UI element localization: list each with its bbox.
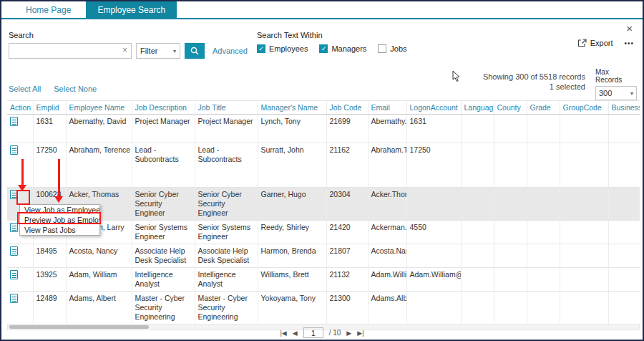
- employee-search-window: Home Page Employee Search × Export ••• S…: [0, 0, 644, 341]
- search-label: Search: [9, 31, 248, 39]
- filter-dropdown[interactable]: Filter ▾: [136, 43, 180, 59]
- search-icon: [190, 46, 200, 56]
- chevron-down-icon: ▾: [630, 90, 633, 97]
- table-row[interactable]: 18495 Acosta, Nancy Associate Help Desk …: [7, 244, 640, 267]
- cell-job-title: Senior Systems Engineer: [195, 220, 258, 244]
- cell-grade: [527, 291, 560, 324]
- annotation-box-menu-item: [17, 212, 101, 224]
- search-text-within-label: Search Text Within: [257, 31, 407, 39]
- cell-job-description: Senior Systems Engineer: [132, 220, 195, 244]
- results-table: Action Emplid Employee Name Job Descript…: [7, 100, 640, 324]
- more-options-icon[interactable]: •••: [624, 39, 634, 47]
- col-email[interactable]: Email: [368, 101, 406, 114]
- tab-employee-search[interactable]: Employee Search: [86, 1, 177, 18]
- export-icon: [577, 39, 587, 47]
- table-row-selected[interactable]: 100628 Acker, Thomas Senior Cyber Securi…: [7, 187, 640, 220]
- col-managers-name[interactable]: Manager's Name: [258, 101, 326, 114]
- job-actions-icon[interactable]: [10, 270, 18, 279]
- cell-email: Abraham.Ter: [368, 143, 406, 187]
- advanced-link[interactable]: Advanced: [213, 47, 248, 55]
- cell-grade: [527, 267, 560, 291]
- job-actions-icon[interactable]: [10, 246, 18, 256]
- action-cell[interactable]: [7, 267, 33, 291]
- checkbox-managers[interactable]: ✓ Managers: [319, 44, 366, 53]
- cell-language: [461, 114, 494, 143]
- cell-county: [494, 143, 527, 187]
- col-job-description[interactable]: Job Description: [132, 101, 195, 114]
- table-row[interactable]: 17250 Abraham, Terence Lead - Subcontrac…: [7, 143, 640, 187]
- cell-employee-name: Adam, William: [66, 267, 132, 291]
- table-row[interactable]: 12489 Adams, Albert Master - Cyber Secur…: [7, 291, 640, 324]
- annotation-box-action-icon: [16, 190, 30, 205]
- col-emplid[interactable]: Emplid: [33, 101, 66, 114]
- job-actions-icon[interactable]: [10, 117, 18, 126]
- max-records-dropdown[interactable]: 300 ▾: [595, 86, 637, 100]
- close-icon[interactable]: ×: [626, 23, 633, 34]
- next-page-button[interactable]: ▶: [346, 330, 351, 337]
- cell-logonaccount: [406, 291, 461, 324]
- action-cell[interactable]: [7, 244, 33, 267]
- pagination: |◀ ◀ 1 / 10 ▶ ▶|: [1, 327, 643, 338]
- col-grade[interactable]: Grade: [527, 101, 560, 114]
- search-input[interactable]: [9, 44, 117, 58]
- clear-search-icon[interactable]: ×: [122, 46, 127, 54]
- cell-language: [461, 267, 494, 291]
- cell-logonaccount: Adam.William@hr: [406, 267, 461, 291]
- col-job-code[interactable]: Job Code: [326, 101, 368, 114]
- col-employee-name[interactable]: Employee Name: [66, 101, 132, 114]
- col-groupcode[interactable]: GroupCode: [560, 101, 608, 114]
- search-text-within-area: Search Text Within ✓ Employees ✓ Manager…: [257, 31, 407, 53]
- action-cell[interactable]: [7, 291, 33, 324]
- cell-job-title: Associate Help Desk Specialist: [195, 244, 258, 267]
- cell-job-description: Lead - Subcontracts: [132, 143, 195, 187]
- col-job-title[interactable]: Job Title: [195, 101, 258, 114]
- col-county[interactable]: County: [494, 101, 527, 114]
- action-cell[interactable]: [7, 114, 33, 143]
- cell-language: [461, 187, 494, 220]
- select-all-link[interactable]: Select All: [9, 85, 41, 93]
- export-button[interactable]: Export: [577, 39, 613, 47]
- table-row[interactable]: 13925 Adam, William Intelligence Analyst…: [7, 267, 640, 291]
- job-actions-icon[interactable]: [10, 145, 18, 155]
- export-label: Export: [590, 39, 613, 47]
- table-row[interactable]: Ackerman, Larry Senior Systems Engineer …: [7, 220, 640, 244]
- cell-employee-name: Abraham, Terence: [66, 143, 132, 187]
- page-number-input[interactable]: 1: [303, 327, 323, 338]
- cell-job-code: 21420: [326, 220, 368, 244]
- col-action[interactable]: Action: [7, 101, 33, 114]
- col-business-unit[interactable]: Business_U: [608, 101, 640, 114]
- search-button[interactable]: [185, 43, 205, 59]
- cell-email: Ackerman.La: [368, 220, 406, 244]
- search-input-wrap: ×: [9, 43, 132, 59]
- action-cell[interactable]: [7, 143, 33, 187]
- cell-job-title: Lead - Subcontracts: [195, 143, 258, 187]
- cell-emplid: 17250: [33, 143, 66, 187]
- prev-page-button[interactable]: ◀: [293, 330, 298, 337]
- cell-emplid: 18495: [33, 244, 66, 267]
- last-page-button[interactable]: ▶|: [357, 330, 364, 337]
- cell-job-title: Project Manager: [195, 114, 258, 143]
- job-actions-icon[interactable]: [10, 294, 18, 303]
- annotation-arrowhead-2: [54, 196, 63, 203]
- table-row[interactable]: 1631 Abernathy, David Project Manager Pr…: [7, 114, 640, 143]
- cell-job-code: 21699: [326, 114, 368, 143]
- cell-job-title: Senior Cyber Security Engineer: [195, 187, 258, 220]
- cell-groupcode: [560, 244, 608, 267]
- col-logonaccount[interactable]: LogonAccount: [406, 101, 461, 114]
- checkbox-employees[interactable]: ✓ Employees: [257, 44, 308, 53]
- select-none-link[interactable]: Select None: [54, 85, 97, 93]
- cell-groupcode: [560, 267, 608, 291]
- cell-job-description: Master - Cyber Security Engineering: [132, 291, 195, 324]
- cell-grade: [527, 220, 560, 244]
- first-page-button[interactable]: |◀: [280, 330, 286, 337]
- cell-groupcode: [560, 114, 608, 143]
- cell-county: [494, 244, 527, 267]
- cell-business-unit: [608, 244, 640, 267]
- checkbox-jobs[interactable]: Jobs: [378, 44, 406, 53]
- menu-item-view-past-jobs[interactable]: View Past Jobs: [20, 225, 99, 235]
- cell-managers-name: Reedy, Shirley: [258, 220, 326, 244]
- col-language[interactable]: Language: [461, 101, 494, 114]
- cell-groupcode: [560, 143, 608, 187]
- mouse-cursor: [452, 70, 461, 83]
- tab-home-page[interactable]: Home Page: [14, 1, 82, 18]
